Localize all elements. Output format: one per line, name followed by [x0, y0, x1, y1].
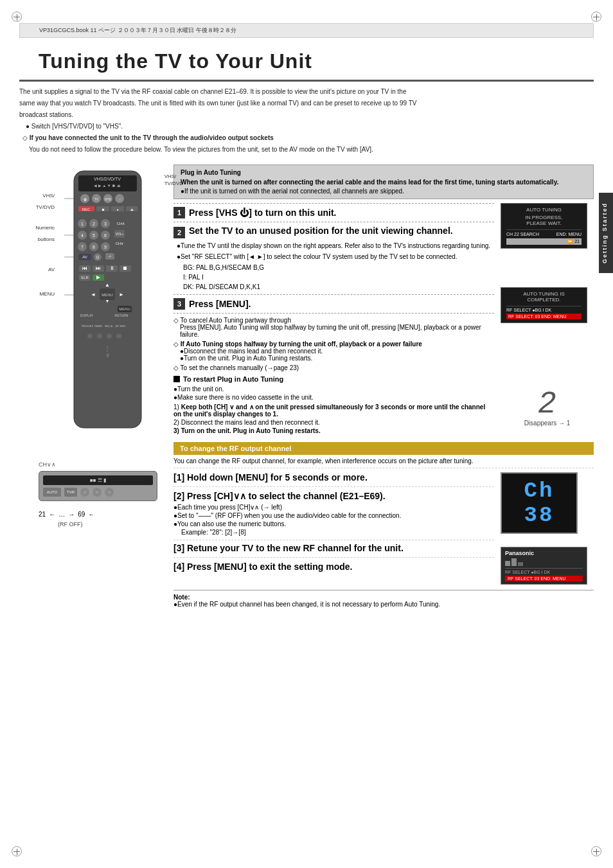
vhs-label: VHS/: [19, 190, 55, 202]
svg-text:CH∨: CH∨: [116, 242, 124, 245]
rf-select-row: RF SELECT ●BG I DK: [506, 306, 582, 312]
panasonic-display: Panasonic RF SELECT ●BG I DK RF SELECT: …: [501, 547, 587, 585]
svg-text:ELR: ELR: [81, 276, 89, 279]
rf-step2-b1: ●Each time you press [CH]∨∧ (→ left): [173, 504, 494, 511]
header-text: VP31GCGCS.book 11 ページ ２００３年７月３０日 水曜日 午後８…: [39, 26, 236, 35]
auto-tuning-line1: AUTO TUNING: [506, 207, 582, 213]
rf-left-arrow: ←: [49, 511, 55, 518]
step2-b2: ●Set "RF SELECT" with [◄ ►] to select th…: [177, 252, 494, 261]
step3-text: Press [MENU].: [189, 299, 251, 309]
auto-tuning-line2: IN PROGRESS,: [506, 215, 582, 220]
svg-text:4: 4: [81, 233, 84, 238]
restart-step2: 2) Disconnect the mains lead and then re…: [173, 419, 494, 426]
svg-text:●: ●: [116, 208, 118, 211]
svg-text:⏮: ⏮: [82, 265, 87, 271]
auto-completed-display: AUTO TUNING IS COMPLETED. RF SELECT ●BG …: [501, 287, 587, 323]
svg-point-84: [97, 333, 102, 339]
bar1: [505, 561, 510, 566]
step2-dk: DK: PAL D/SECAM D,K,K1: [183, 282, 494, 292]
disappears-box: 2 Disappears → 1: [501, 389, 594, 427]
disappears-num: 2: [501, 389, 594, 420]
remote-svg: VHS/DVD/TV ◀ ▶ ▲ ▼ ⏺ ⏏ ⏻ TV VHS ∪ R: [58, 168, 161, 457]
svg-text:-/-: -/-: [108, 254, 112, 258]
intro-line3: broadcast stations.: [19, 110, 594, 120]
intro-line2: same way that you watch TV broadcasts. T…: [19, 98, 594, 108]
rf-select-bottom: RF SELECT: 03 END: MENU: [506, 314, 582, 319]
page-title-section: Tuning the TV to Your Unit: [19, 38, 594, 82]
cancel-text: Press [MENU]. Auto Tuning will stop half…: [180, 324, 494, 338]
bar3: [518, 562, 523, 566]
auto-btn: AUTO: [43, 488, 61, 497]
svg-text:JET.REN: JET.REN: [115, 324, 125, 328]
note-title: Note:: [173, 594, 594, 601]
auto-tuning-bottom: CH 22 SEARCH END: MENU: [506, 229, 582, 236]
svg-text:5: 5: [93, 233, 95, 238]
svg-text:◀ ▶ ▲ ▼ ⏺ ⏏: ◀ ▶ ▲ ▼ ⏺ ⏏: [94, 184, 121, 188]
circle-btn-1: ○: [80, 488, 89, 497]
plug-in-box: Plug in Auto Tuning When the unit is tur…: [173, 164, 594, 199]
rf-steps-area: [1] Hold down [MENU] for 5 seconds or mo…: [173, 472, 594, 585]
page-title: Tuning the TV to Your Unit: [39, 49, 574, 73]
svg-text:TIMER: TIMER: [94, 324, 103, 328]
note-section: Note: ●Even if the RF output channel has…: [173, 590, 594, 608]
step2-bg: BG: PAL B,G,H/SECAM B,G: [183, 263, 494, 272]
disappears-text: Disappears → 1: [501, 420, 594, 427]
header-bar: VP31GCGCS.book 11 ページ ２００３年７月３０日 水曜日 午後８…: [19, 23, 594, 38]
svg-text:9: 9: [104, 245, 107, 249]
step3-num: 3: [173, 298, 185, 310]
restart-b1: ●Turn the unit on.: [173, 385, 494, 393]
cancel-note: ◇ To cancel Auto Tuning partway through …: [173, 317, 494, 338]
unit-display: ■■ ☰ ▮: [43, 475, 153, 485]
restart-step3: 3) Turn on the unit. Plug in Auto Tuning…: [173, 427, 494, 434]
svg-text:8: 8: [93, 245, 95, 249]
corner-mark-bl: [12, 846, 22, 856]
tvr-btn: TVR: [64, 488, 77, 497]
intro-text: The unit supplies a signal to the TV via…: [19, 87, 594, 154]
step1-area: 1 Press [VHS ⏻] to turn on this unit.: [173, 203, 494, 218]
svg-text:MENU: MENU: [119, 307, 130, 311]
rf-dots: …: [58, 511, 65, 518]
panasonic-bottom-row: RF SELECT ●BG I DK: [505, 568, 583, 574]
menu-label: MENU: [19, 288, 55, 300]
signal-bars: [505, 558, 583, 566]
intro-diamond1-sub: You do not need to follow the procedure …: [29, 145, 594, 154]
intro-diamond1: ◇ If you have connected the unit to the …: [22, 133, 594, 143]
svg-text:⏸: ⏸: [109, 265, 114, 271]
rf-step2-example: Example: "28": [2]→[8]: [181, 529, 494, 536]
plug-in-text1: When the unit is turned on after connect…: [181, 179, 587, 186]
side-tab-getting-started: Getting Started: [599, 193, 613, 273]
rf-section-header: To change the RF output channel: [173, 442, 594, 455]
rf-step2-title: [2] Press [CH]∨∧ to select the channel (…: [173, 491, 494, 501]
step2-b1: ●Tune the TV until the display shown on …: [177, 241, 494, 251]
rf-right-displays: Ch 38 Panasonic RF SELECT ●BG I DK RF SE…: [501, 472, 594, 585]
left-column: VHS/ TV/DVD Numeric buttons AV MENU VHS/…: [19, 159, 167, 608]
auto-tuning-line3: PLEASE WAIT.: [506, 220, 582, 226]
rf-step2-b2: ●Set to "——" (RF OFF) when you use the a…: [173, 512, 494, 519]
ch-38-display: Ch 38: [501, 472, 578, 534]
corner-mark-tl: [12, 12, 22, 22]
rf-21-label: 21: [39, 511, 46, 518]
svg-text:0: 0: [96, 255, 99, 260]
restart-left: ●Turn the unit on. ●Make sure there is n…: [173, 385, 494, 437]
rf-step1: [1] Hold down [MENU] for 5 seconds or mo…: [173, 472, 494, 487]
rf-off-label: (RF OFF): [58, 521, 167, 527]
plug-in-text2: ●If the unit is turned on with the aeria…: [181, 188, 587, 195]
main-content: VHS/ TV/DVD Numeric buttons AV MENU VHS/…: [19, 159, 594, 608]
svg-text:VHS: VHS: [105, 197, 112, 201]
intro-bullet1: ● Switch [VHS/TV/DVD] to "VHS".: [26, 121, 594, 131]
rf-step2: [2] Press [CH]∨∧ to select the channel (…: [173, 491, 494, 540]
svg-text:TV: TV: [94, 197, 99, 201]
svg-text:⏹: ⏹: [102, 208, 105, 211]
remote-body: VHS/DVD/TV ◀ ▶ ▲ ▼ ⏺ ⏏ ⏻ TV VHS ∪ R: [58, 168, 161, 458]
steps-left: 1 Press [VHS ⏻] to turn on this unit. 2 …: [173, 203, 494, 375]
restart-right: 2 Disappears → 1: [501, 385, 594, 430]
svg-text:VHS/DVD/TV: VHS/DVD/TV: [94, 177, 121, 181]
panasonic-logo: Panasonic: [505, 550, 583, 556]
svg-text:RETURN: RETURN: [115, 314, 129, 317]
step2-row: 2 Set the TV to an unused position for t…: [173, 226, 494, 238]
remote-side-labels: VHS/ TV/DVD Numeric buttons AV MENU: [19, 168, 55, 300]
step1-row: 1 Press [VHS ⏻] to turn on this unit.: [173, 207, 494, 218]
auto-completed-line1: AUTO TUNING IS: [506, 291, 582, 297]
restart-title: To restart Plug in Auto Tuning: [183, 375, 283, 383]
step1-text: Press [VHS ⏻] to turn on this unit.: [189, 208, 336, 218]
